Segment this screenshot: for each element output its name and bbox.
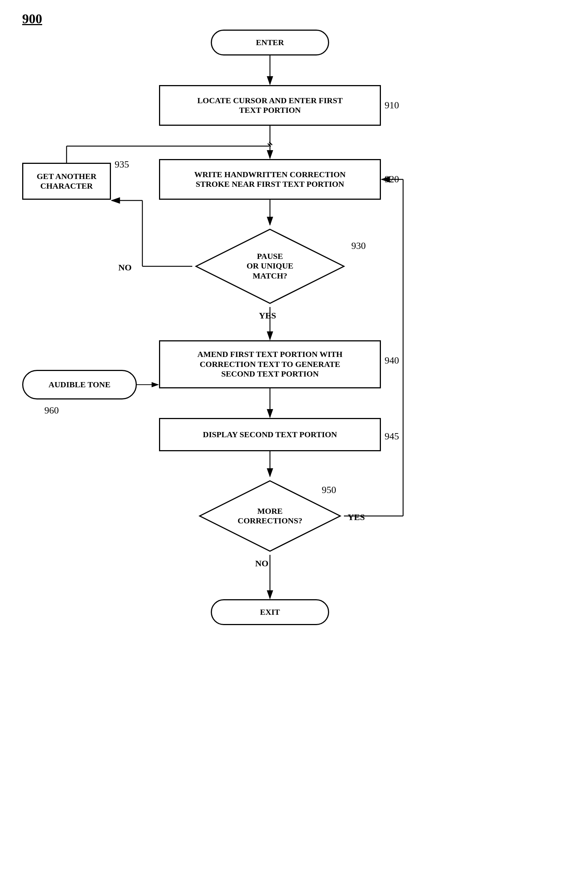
ref-950: 950 (322, 485, 336, 495)
ref-930: 930 (351, 240, 366, 252)
ref-940: 940 (384, 355, 399, 366)
no-label-950: NO (255, 559, 268, 568)
yes-label-950: YES (348, 512, 365, 522)
ref-960: 960 (44, 405, 59, 416)
node-940: AMEND FIRST TEXT PORTION WITHCORRECTION … (159, 340, 381, 388)
ref-910: 910 (384, 100, 399, 111)
node-935: GET ANOTHERCHARACTER (22, 163, 111, 200)
svg-line-13 (268, 143, 271, 146)
svg-line-14 (269, 142, 272, 145)
no-label-930: NO (118, 263, 132, 273)
enter-node: ENTER (211, 30, 329, 56)
diagram-number: 900 (22, 11, 42, 27)
node-960: AUDIBLE TONE (22, 370, 137, 399)
ref-935: 935 (115, 159, 129, 170)
node-930: PAUSEOR UNIQUEMATCH? (192, 226, 348, 307)
node-920: WRITE HANDWRITTEN CORRECTIONSTROKE NEAR … (159, 159, 381, 200)
ref-945: 945 (384, 431, 399, 442)
ref-920: 920 (384, 174, 399, 185)
exit-node: EXIT (211, 599, 329, 625)
node-945: DISPLAY SECOND TEXT PORTION (159, 418, 381, 451)
yes-label-930: YES (259, 311, 276, 321)
node-910: LOCATE CURSOR AND ENTER FIRSTTEXT PORTIO… (159, 85, 381, 126)
